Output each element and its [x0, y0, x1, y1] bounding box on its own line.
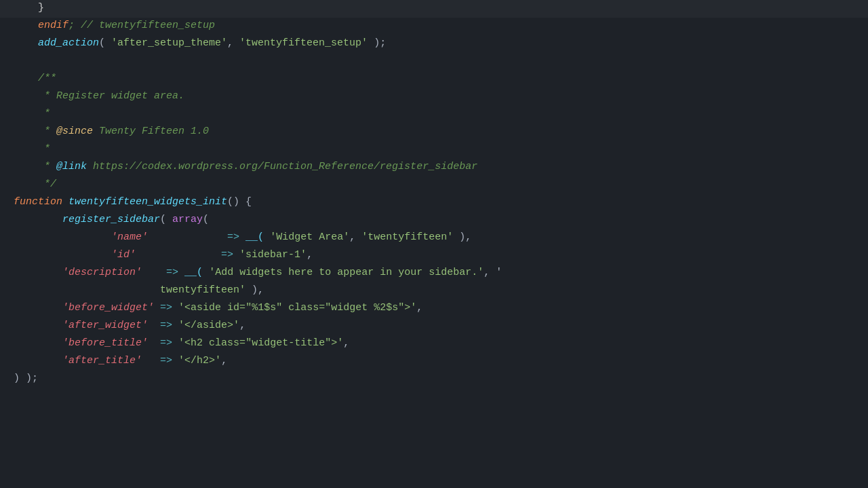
code-line: 'after_title' => '</h2>', [0, 353, 868, 371]
token: Twenty Fifteen 1.0 [93, 124, 209, 140]
token [172, 353, 178, 369]
token [233, 247, 239, 263]
code-line: add_action( 'after_setup_theme', 'twenty… [0, 35, 868, 53]
token: => [160, 335, 172, 352]
token: /** [38, 71, 56, 87]
code-line: endif; // twentyfifteen_setup [0, 18, 868, 35]
token: add_action [38, 35, 99, 52]
token: 'Add widgets here to appear in your side… [209, 265, 484, 281]
token: { [239, 194, 252, 210]
token: __( [245, 229, 264, 246]
token: 'before_widget' [62, 300, 154, 316]
code-line: */ [0, 176, 868, 194]
token [38, 353, 62, 369]
token: __( [184, 265, 203, 281]
token [154, 300, 160, 316]
token [38, 318, 62, 334]
token [172, 335, 178, 352]
token: ) ); [14, 371, 38, 387]
token: 'sidebar-1' [239, 247, 307, 263]
token: https://codex.wordpress.org/Function_Ref… [87, 159, 477, 175]
token: array [172, 212, 203, 228]
token: => [166, 265, 178, 281]
code-line: register_sidebar( array( [0, 212, 868, 229]
token: */ [38, 176, 56, 193]
token [178, 265, 184, 281]
token: , ' [484, 265, 502, 281]
code-line [0, 53, 868, 71]
token [62, 194, 68, 210]
code-line: * Register widget area. [0, 88, 868, 106]
token: '</h2>' [178, 353, 221, 369]
token [172, 318, 178, 334]
code-line: ) ); [0, 371, 868, 388]
code-line: 'description' => __( 'Add widgets here t… [0, 265, 868, 282]
token: () [227, 194, 239, 210]
token: , [349, 229, 361, 246]
token [239, 229, 245, 246]
token: ); [368, 35, 386, 52]
token [264, 229, 270, 246]
token [38, 300, 62, 316]
token: endif [38, 18, 68, 34]
token [38, 265, 62, 281]
token: 'description' [62, 265, 142, 281]
token: '<aside id="%1$s" class="widget %2$s">' [178, 300, 416, 316]
token: 'twentyfifteen' [361, 229, 453, 246]
token: 'Widget Area' [270, 229, 349, 246]
token [148, 335, 160, 352]
token: 'name' [111, 229, 148, 246]
token [148, 318, 160, 334]
token: * [38, 159, 56, 175]
code-line: 'before_title' => '<h2 class="widget-tit… [0, 335, 868, 353]
code-line: * [0, 106, 868, 124]
token [38, 335, 62, 352]
code-line: function twentyfifteen_widgets_init() { [0, 194, 868, 212]
token: ( [160, 212, 172, 228]
token: register_sidebar [38, 212, 160, 228]
code-line: 'before_widget' => '<aside id="%1$s" cla… [0, 300, 868, 318]
token: ( [203, 212, 209, 228]
token: } [38, 0, 44, 16]
token: ), [453, 229, 471, 246]
token [148, 229, 227, 246]
token: , [307, 247, 313, 263]
token: 'after_setup_theme' [111, 35, 227, 52]
code-line: /** [0, 71, 868, 88]
token: * [38, 106, 50, 122]
code-block: } endif; // twentyfifteen_setup add_acti… [0, 0, 868, 388]
token [136, 247, 221, 263]
token: ; // twentyfifteen_setup [68, 18, 215, 34]
token: ( [99, 35, 111, 52]
code-line: * [0, 141, 868, 159]
token: 'before_title' [62, 335, 148, 352]
token [172, 300, 178, 316]
token: 'after_title' [62, 353, 142, 369]
token: function [14, 194, 62, 210]
code-line: } [0, 0, 868, 18]
token: ), [245, 282, 264, 299]
code-editor: } endif; // twentyfifteen_setup add_acti… [0, 0, 868, 488]
token: => [221, 247, 233, 263]
token [87, 282, 160, 299]
token: => [160, 300, 172, 316]
token: '</aside>' [178, 318, 239, 334]
token: => [160, 318, 172, 334]
code-line: * @since Twenty Fifteen 1.0 [0, 124, 868, 141]
token: twentyfifteen_widgets_init [68, 194, 227, 210]
token: * [38, 124, 56, 140]
token: => [227, 229, 239, 246]
code-line: 'name' => __( 'Widget Area', 'twentyfift… [0, 229, 868, 247]
code-line: 'after_widget' => '</aside>', [0, 318, 868, 335]
token: , [416, 300, 422, 316]
code-line: * @link https://codex.wordpress.org/Func… [0, 159, 868, 176]
token: => [160, 353, 172, 369]
token: 'twentyfifteen_setup' [239, 35, 368, 52]
token: @since [56, 124, 93, 140]
token: 'id' [111, 247, 136, 263]
code-line: twentyfifteen' ), [0, 282, 868, 300]
token: * Register widget area. [38, 88, 184, 105]
token: , [221, 353, 227, 369]
token: twentyfifteen' [160, 282, 245, 299]
token: @link [56, 159, 87, 175]
